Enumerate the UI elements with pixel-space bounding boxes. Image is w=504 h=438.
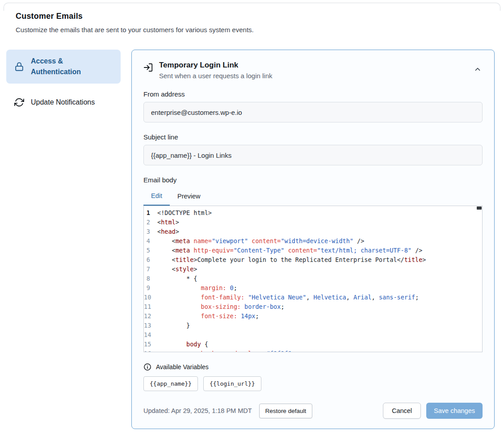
sidebar-item-access-authentication[interactable]: Access & Authentication — [6, 50, 121, 84]
code-line-content: margin: 0; — [157, 283, 237, 293]
line-number: 9 — [144, 283, 157, 293]
code-editor[interactable]: 1<!DOCTYPE html>2<html>3<head>4 <meta na… — [143, 206, 483, 352]
code-line[interactable]: 4 <meta name="viewport" content="width=d… — [144, 236, 482, 246]
code-line-content: } — [157, 321, 190, 330]
line-number: 8 — [144, 274, 157, 283]
code-line[interactable]: 6 <title>Complete your login to the Repl… — [144, 255, 482, 265]
code-line[interactable]: 3<head> — [144, 227, 482, 236]
chevron-up-icon — [474, 65, 482, 73]
line-number: 3 — [144, 227, 157, 236]
code-line[interactable]: 12 font-size: 14px; — [144, 312, 482, 321]
code-editor-lines: 1<!DOCTYPE html>2<html>3<head>4 <meta na… — [144, 208, 482, 352]
collapse-button[interactable] — [472, 63, 483, 75]
tab-preview[interactable]: Preview — [170, 188, 208, 206]
code-line-content: <title>Complete your login to the Replic… — [157, 255, 426, 265]
code-line-content: font-size: 14px; — [157, 312, 259, 321]
code-line[interactable]: 8 * { — [144, 274, 482, 283]
variable-chip-app-name[interactable]: {{app_name}} — [143, 376, 198, 391]
variable-chips: {{app_name}} {{login_url}} — [143, 376, 483, 391]
code-line-content: <style> — [157, 265, 197, 274]
line-number: 2 — [144, 218, 157, 227]
code-line-content: <html> — [157, 218, 179, 227]
main-layout: Access & Authentication Update Notificat… — [6, 50, 495, 429]
sidebar-item-update-notifications[interactable]: Update Notifications — [6, 91, 121, 114]
info-icon — [143, 363, 151, 371]
editor-scrollbar-thumb[interactable] — [477, 206, 482, 210]
code-line[interactable]: 2<html> — [144, 218, 482, 227]
code-line-content: <head> — [157, 227, 179, 236]
editor-tabs: Edit Preview — [143, 188, 483, 206]
panel-title: Temporary Login Link — [159, 61, 272, 70]
page-title: Customer Emails — [16, 12, 504, 21]
page-subtitle: Customize the emails that are sent to yo… — [16, 26, 504, 34]
code-line-content: <meta name="viewport" content="width=dev… — [157, 236, 364, 246]
code-line-content: box-sizing: border-box; — [157, 302, 285, 312]
line-number: 4 — [144, 236, 157, 246]
from-address-label: From address — [143, 90, 483, 98]
variable-chip-login-url[interactable]: {{login_url}} — [203, 376, 261, 391]
subject-line-input[interactable] — [143, 145, 483, 165]
lock-icon — [14, 62, 24, 72]
line-number: 1 — [144, 208, 157, 218]
sync-icon — [14, 97, 24, 107]
panel-header: Temporary Login Link Sent when a user re… — [143, 61, 483, 80]
line-number: 7 — [144, 265, 157, 274]
line-number: 5 — [144, 246, 157, 255]
code-line[interactable]: 5 <meta http-equiv="Content-Type" conten… — [144, 246, 482, 255]
code-line[interactable]: 15 body { — [144, 340, 482, 349]
tab-edit[interactable]: Edit — [143, 188, 170, 206]
code-line[interactable]: 14 — [144, 330, 482, 340]
login-icon — [143, 63, 153, 72]
line-number: 14 — [144, 330, 157, 340]
code-line-content: * { — [157, 274, 197, 283]
code-line[interactable]: 11 box-sizing: border-box; — [144, 302, 482, 312]
line-number: 15 — [144, 340, 157, 349]
email-body-label: Email body — [143, 176, 483, 184]
restore-default-button[interactable]: Restore default — [259, 404, 313, 418]
sidebar-item-label: Access & Authentication — [31, 56, 113, 77]
line-number: 12 — [144, 312, 157, 321]
sidebar-item-label: Update Notifications — [31, 97, 95, 108]
line-number: 10 — [144, 293, 157, 302]
panel-subtitle: Sent when a user requests a login link — [159, 72, 272, 80]
line-number: 13 — [144, 321, 157, 330]
code-line[interactable]: 9 margin: 0; — [144, 283, 482, 293]
code-line[interactable]: 7 <style> — [144, 265, 482, 274]
updated-timestamp: Updated: Apr 29, 2025, 1:18 PM MDT — [143, 407, 252, 414]
line-number: 16 — [144, 349, 157, 352]
panel-titles: Temporary Login Link Sent when a user re… — [159, 61, 272, 80]
code-line[interactable]: 16 background-color: #f9f9f9; — [144, 349, 482, 352]
code-line-content: <!DOCTYPE html> — [157, 208, 212, 218]
code-line[interactable]: 13 } — [144, 321, 482, 330]
email-settings-card: Temporary Login Link Sent when a user re… — [131, 50, 495, 429]
from-address-input[interactable] — [143, 102, 483, 122]
line-number: 11 — [144, 302, 157, 312]
line-number: 6 — [144, 255, 157, 265]
page-header: Customer Emails Customize the emails tha… — [16, 12, 504, 34]
available-variables-row: Available Variables — [143, 363, 483, 371]
code-line[interactable]: 10 font-family: "Helvetica Neue", Helvet… — [144, 293, 482, 302]
code-line-content: font-family: "Helvetica Neue", Helvetica… — [157, 293, 419, 302]
save-changes-button[interactable]: Save changes — [426, 403, 483, 419]
panel-footer: Updated: Apr 29, 2025, 1:18 PM MDT Resto… — [143, 403, 483, 419]
available-variables-label: Available Variables — [156, 363, 209, 371]
code-line-content: background-color: #f9f9f9; — [157, 349, 295, 352]
code-line-content: <meta http-equiv="Content-Type" content=… — [157, 246, 422, 255]
cancel-button[interactable]: Cancel — [383, 403, 421, 419]
subject-line-label: Subject line — [143, 133, 483, 141]
code-line-content: body { — [157, 340, 208, 349]
top-divider — [4, 3, 500, 11]
code-line[interactable]: 1<!DOCTYPE html> — [144, 208, 482, 218]
sidebar: Access & Authentication Update Notificat… — [6, 50, 121, 114]
